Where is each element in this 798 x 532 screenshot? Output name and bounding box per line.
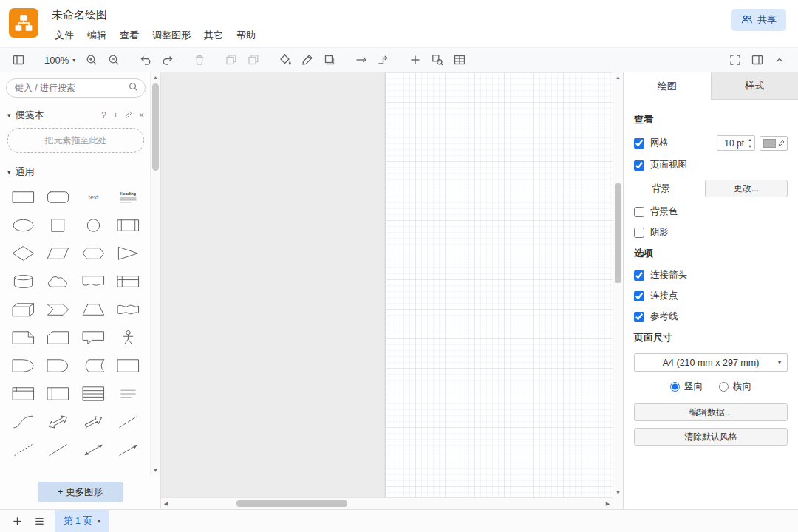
shape-container[interactable] bbox=[111, 352, 146, 380]
collapse-toolbar-button[interactable] bbox=[768, 50, 791, 69]
insert-button[interactable] bbox=[404, 50, 426, 69]
shape-line[interactable] bbox=[41, 436, 75, 464]
shape-square[interactable] bbox=[41, 211, 75, 239]
toggle-format-panel-button[interactable] bbox=[746, 50, 768, 69]
shape-list-item[interactable] bbox=[111, 380, 146, 408]
shape-trapezoid[interactable] bbox=[76, 296, 111, 324]
shape-heading[interactable]: Heading bbox=[111, 183, 146, 211]
document-title[interactable]: 未命名绘图 bbox=[49, 8, 732, 22]
shape-ellipse[interactable] bbox=[6, 211, 41, 239]
shape-cylinder[interactable] bbox=[6, 267, 41, 296]
landscape-radio[interactable] bbox=[719, 382, 729, 392]
redo-button[interactable] bbox=[157, 50, 179, 69]
fill-color-button[interactable] bbox=[274, 50, 296, 69]
copy-button[interactable] bbox=[220, 50, 242, 69]
shape-arrow[interactable] bbox=[76, 408, 111, 436]
canvas-vertical-scrollbar[interactable]: ▲ ▼ bbox=[613, 72, 623, 497]
menu-arrange[interactable]: 调整图形 bbox=[146, 27, 197, 44]
paper-size-select[interactable]: A4 (210 mm x 297 mm) ▾ bbox=[634, 353, 788, 372]
grid-size-input[interactable]: 10 pt ▲▼ bbox=[717, 135, 755, 151]
add-page-button[interactable] bbox=[6, 510, 28, 532]
duplicate-button[interactable] bbox=[242, 50, 265, 69]
table-button[interactable] bbox=[449, 50, 471, 69]
tab-diagram[interactable]: 绘图 bbox=[624, 72, 712, 100]
more-shapes-button[interactable]: + 更多图形 bbox=[38, 482, 123, 502]
zoom-in-button[interactable] bbox=[81, 50, 103, 69]
tab-style[interactable]: 样式 bbox=[712, 72, 798, 99]
menu-edit[interactable]: 编辑 bbox=[81, 27, 112, 44]
line-color-button[interactable] bbox=[296, 50, 318, 69]
shape-dotted-line[interactable] bbox=[6, 436, 41, 464]
shape-and[interactable] bbox=[41, 352, 75, 380]
scroll-up-arrow[interactable]: ▲ bbox=[613, 72, 623, 82]
zoom-out-button[interactable] bbox=[103, 50, 125, 69]
grid-color-button[interactable] bbox=[760, 136, 788, 151]
shape-document[interactable] bbox=[76, 267, 111, 296]
background-color-checkbox[interactable] bbox=[634, 207, 644, 217]
pages-menu-button[interactable] bbox=[28, 510, 50, 532]
shape-actor[interactable] bbox=[111, 324, 146, 352]
fullscreen-button[interactable] bbox=[724, 50, 746, 69]
scroll-right-arrow[interactable]: ▶ bbox=[603, 498, 613, 509]
grid-size-stepper[interactable]: ▲▼ bbox=[746, 137, 754, 149]
shape-rectangle[interactable] bbox=[6, 183, 41, 211]
shape-horizontal-line[interactable] bbox=[41, 464, 75, 475]
guides-checkbox[interactable] bbox=[634, 312, 644, 322]
connection-points-checkbox[interactable] bbox=[634, 291, 644, 301]
shape-dashed-line[interactable] bbox=[111, 408, 146, 436]
scratchpad-section-header[interactable]: ▾ 便笺本 ? + × bbox=[6, 106, 146, 126]
shape-window[interactable] bbox=[6, 380, 41, 408]
general-section-header[interactable]: ▾ 通用 bbox=[6, 163, 146, 183]
shape-directional-connector[interactable] bbox=[111, 436, 146, 464]
shape-text[interactable]: text bbox=[76, 183, 111, 211]
share-button[interactable]: 共享 bbox=[732, 9, 786, 31]
zoom-level-dropdown[interactable]: 100% ▾ bbox=[39, 50, 81, 69]
shape-internal-storage[interactable] bbox=[111, 267, 146, 296]
shape-rounded-rectangle[interactable] bbox=[41, 183, 75, 211]
shape-card[interactable] bbox=[41, 324, 75, 352]
menu-help[interactable]: 帮助 bbox=[231, 27, 262, 44]
connection-arrows-checkbox[interactable] bbox=[634, 270, 644, 281]
clear-default-style-button[interactable]: 清除默认风格 bbox=[634, 428, 788, 446]
shape-diamond[interactable] bbox=[6, 239, 41, 267]
canvas-area[interactable]: ▲ ▼ ◀ ▶ bbox=[161, 72, 623, 509]
toggle-sidebar-button[interactable] bbox=[7, 50, 30, 69]
shape-step[interactable] bbox=[41, 296, 75, 324]
shape-or[interactable] bbox=[6, 352, 41, 380]
shape-data-storage[interactable] bbox=[76, 352, 111, 380]
connection-arrow-button[interactable] bbox=[350, 50, 372, 69]
shape-circle[interactable] bbox=[76, 211, 111, 239]
shape-curve[interactable] bbox=[6, 408, 41, 436]
scroll-down-arrow[interactable]: ▼ bbox=[613, 488, 623, 497]
sidebar-scrollbar[interactable]: ▲ ▼ bbox=[150, 72, 160, 475]
shape-vertical-container[interactable] bbox=[41, 380, 75, 408]
shape-cube[interactable] bbox=[6, 296, 41, 324]
shape-search-button[interactable] bbox=[426, 50, 449, 69]
shadow-button[interactable] bbox=[318, 50, 341, 69]
landscape-option[interactable]: 横向 bbox=[719, 381, 751, 393]
change-background-button[interactable]: 更改... bbox=[705, 180, 788, 197]
shadow-checkbox[interactable] bbox=[634, 228, 644, 238]
scroll-up-arrow[interactable]: ▲ bbox=[151, 72, 160, 82]
shape-process[interactable] bbox=[111, 211, 146, 239]
scratchpad-edit-icon[interactable] bbox=[125, 110, 132, 120]
grid-checkbox[interactable] bbox=[634, 138, 644, 149]
scratchpad-close-icon[interactable]: × bbox=[139, 110, 144, 120]
portrait-radio[interactable] bbox=[670, 382, 680, 392]
shape-parallelogram[interactable] bbox=[41, 239, 75, 267]
waypoint-style-button[interactable] bbox=[372, 50, 395, 69]
canvas-vscroll-thumb[interactable] bbox=[615, 183, 621, 283]
canvas-page[interactable] bbox=[386, 72, 613, 497]
scratchpad-add-icon[interactable]: + bbox=[113, 110, 118, 120]
shape-cloud[interactable] bbox=[41, 267, 75, 296]
shape-triangle[interactable] bbox=[111, 239, 146, 267]
shape-note[interactable] bbox=[6, 324, 41, 352]
canvas-hscroll-thumb[interactable] bbox=[236, 500, 347, 507]
menu-extras[interactable]: 其它 bbox=[198, 27, 229, 44]
scratchpad-help-icon[interactable]: ? bbox=[101, 110, 106, 120]
canvas-horizontal-scrollbar[interactable]: ◀ ▶ bbox=[161, 497, 613, 509]
shape-bidirectional-connector[interactable] bbox=[76, 436, 111, 464]
scroll-down-arrow[interactable]: ▼ bbox=[151, 466, 160, 475]
edit-data-button[interactable]: 编辑数据... bbox=[634, 403, 788, 421]
shape-list[interactable] bbox=[76, 380, 111, 408]
